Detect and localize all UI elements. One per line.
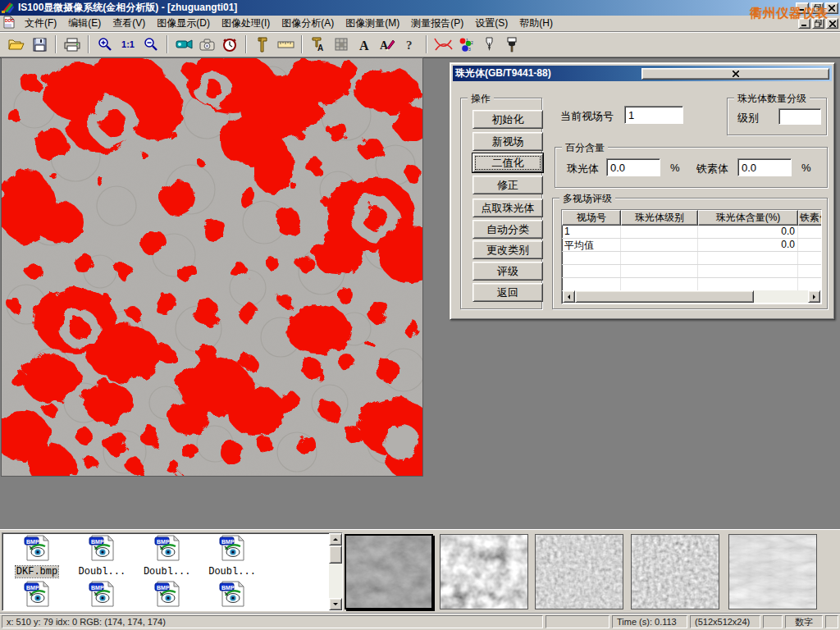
dialog-close-button[interactable]	[641, 68, 829, 80]
metallographic-image[interactable]	[2, 58, 422, 476]
help-icon[interactable]: ?	[399, 34, 421, 55]
grading-group-label: 珠光体数量分级	[734, 92, 810, 106]
file-name[interactable]: DKF.bmp	[16, 566, 58, 578]
current-view-input[interactable]	[624, 106, 683, 124]
zoom-out-icon[interactable]	[140, 34, 162, 55]
file-item-partial[interactable]	[136, 581, 199, 611]
menu-image-processing[interactable]: 图像处理(I)	[216, 15, 276, 32]
menu-settings[interactable]: 设置(S)	[469, 15, 514, 32]
close-button[interactable]	[825, 2, 838, 14]
table-row[interactable]: 平均值 0.0	[562, 239, 821, 252]
file-name[interactable]: Doubl...	[208, 566, 257, 578]
scroll-up-button[interactable]	[329, 533, 342, 546]
file-browser[interactable]: DKF.bmp Doubl... Doubl... Doubl... HuiTi…	[2, 532, 343, 611]
menu-image-analysis[interactable]: 图像分析(A)	[276, 15, 340, 32]
annotate-icon[interactable]: A	[377, 34, 398, 55]
status-image-size: (512x512x24)	[690, 615, 760, 628]
caliper-icon[interactable]	[252, 34, 273, 55]
document-icon[interactable]: DOC	[3, 16, 15, 31]
child-close-button[interactable]	[826, 18, 838, 29]
thumbnail-1[interactable]	[345, 534, 433, 609]
grading-group: 珠光体数量分级 级别	[727, 98, 827, 135]
table-row[interactable]: 1 0.0	[562, 226, 821, 239]
file-name[interactable]: Doubl...	[78, 566, 127, 578]
ruler-icon[interactable]	[275, 34, 296, 55]
pick-pearlite-button[interactable]: 点取珠光体	[472, 199, 543, 217]
zoom-in-icon[interactable]	[94, 34, 116, 55]
text-icon[interactable]: A	[354, 34, 375, 55]
scroll-left-button[interactable]	[563, 290, 575, 303]
header-pearlite-grade[interactable]: 珠光体级别	[621, 210, 698, 226]
new-field-button[interactable]: 新视场	[472, 132, 543, 151]
header-pearlite-content[interactable]: 珠光体含量(%)	[698, 210, 798, 226]
rating-table[interactable]: 视场号 珠光体级别 珠光体含量(%) 铁素体 1 0.0 平均值 0.0	[561, 209, 822, 304]
file-item[interactable]: DKF.bmp	[6, 535, 68, 578]
scrollbar-thumb[interactable]	[329, 546, 342, 564]
file-item[interactable]: Doubl...	[136, 535, 199, 578]
status-bar: x: 510 y: 79 idx: 0 RGB: (174, 174, 174)…	[0, 613, 840, 630]
menu-image-measure[interactable]: 图像测量(M)	[340, 15, 405, 32]
header-ferrite[interactable]: 铁素体	[798, 210, 822, 226]
file-item-partial[interactable]	[201, 581, 263, 611]
scroll-down-button[interactable]	[329, 598, 342, 610]
scroll-right-button[interactable]	[808, 290, 820, 303]
thumbnail-2[interactable]	[440, 534, 528, 609]
actual-size-icon[interactable]: 1:1	[117, 34, 139, 55]
percent-group-label: 百分含量	[562, 141, 608, 155]
toolbar: 1:1 A A A ? 123	[0, 32, 840, 57]
thumbnail-4[interactable]	[631, 534, 719, 609]
table-header-row: 视场号 珠光体级别 珠光体含量(%) 铁素体	[562, 210, 821, 226]
auto-classify-button[interactable]: 自动分类	[472, 220, 543, 239]
current-view-label: 当前视场号	[560, 109, 614, 124]
brush-tool-icon[interactable]	[501, 34, 523, 55]
table-horizontal-scrollbar[interactable]	[563, 290, 820, 303]
grade-input[interactable]	[778, 108, 821, 125]
save-icon[interactable]	[29, 34, 50, 55]
ferrite-input[interactable]	[737, 158, 792, 176]
scrollbar-thumb[interactable]	[575, 290, 754, 303]
svg-text:1: 1	[466, 38, 468, 43]
header-field-no[interactable]: 视场号	[562, 210, 621, 226]
grade-label: 级别	[737, 111, 759, 126]
open-icon[interactable]	[6, 34, 27, 55]
capture-camera-icon[interactable]	[196, 34, 217, 55]
menu-measure-report[interactable]: 测量报告(P)	[405, 15, 469, 32]
pearlite-input[interactable]	[606, 158, 660, 176]
menu-help[interactable]: 帮助(H)	[514, 15, 559, 32]
timer-clock-icon[interactable]	[219, 34, 240, 55]
grid-tool-icon[interactable]	[331, 34, 352, 55]
menu-edit[interactable]: 编辑(E)	[62, 15, 107, 32]
grade-button[interactable]: 评级	[472, 262, 543, 281]
thumbnail-5[interactable]	[728, 534, 817, 609]
file-browser-scrollbar[interactable]	[329, 533, 342, 610]
menu-view[interactable]: 查看(V)	[107, 15, 151, 32]
bmp-file-icon	[89, 581, 115, 609]
restore-button[interactable]	[810, 2, 824, 14]
print-icon[interactable]	[62, 34, 83, 55]
status-mode: 数字	[785, 615, 823, 628]
child-restore-button[interactable]	[812, 18, 824, 29]
return-button[interactable]: 返回	[472, 283, 543, 302]
dialog-title-bar[interactable]: 珠光体(GB/T9441-88)	[453, 66, 832, 81]
file-item[interactable]: HuiTi...	[6, 581, 68, 611]
minimize-button[interactable]	[796, 2, 809, 14]
file-item-partial[interactable]	[71, 581, 133, 611]
classify-icon[interactable]: 123	[455, 34, 477, 55]
file-name[interactable]: Doubl...	[143, 566, 192, 578]
change-class-button[interactable]: 更改类别	[472, 240, 543, 259]
file-item[interactable]: Doubl...	[71, 535, 133, 578]
file-item[interactable]: Doubl...	[201, 535, 263, 578]
pearlite-label: 珠光体	[567, 162, 599, 176]
curve-tool-icon[interactable]	[432, 34, 454, 55]
menu-file[interactable]: 文件(F)	[19, 15, 62, 32]
video-camera-icon[interactable]	[173, 34, 194, 55]
menu-image-display[interactable]: 图像显示(D)	[151, 15, 216, 32]
measure-text-icon[interactable]: A	[308, 34, 329, 55]
child-minimize-button[interactable]	[798, 18, 810, 29]
cell-grade	[621, 226, 698, 238]
init-button[interactable]: 初始化	[472, 110, 543, 129]
correct-button[interactable]: 修正	[472, 176, 543, 194]
thumbnail-3[interactable]	[535, 534, 623, 609]
pen-tool-icon[interactable]	[478, 34, 500, 55]
binarize-button[interactable]: 二值化	[472, 153, 543, 172]
